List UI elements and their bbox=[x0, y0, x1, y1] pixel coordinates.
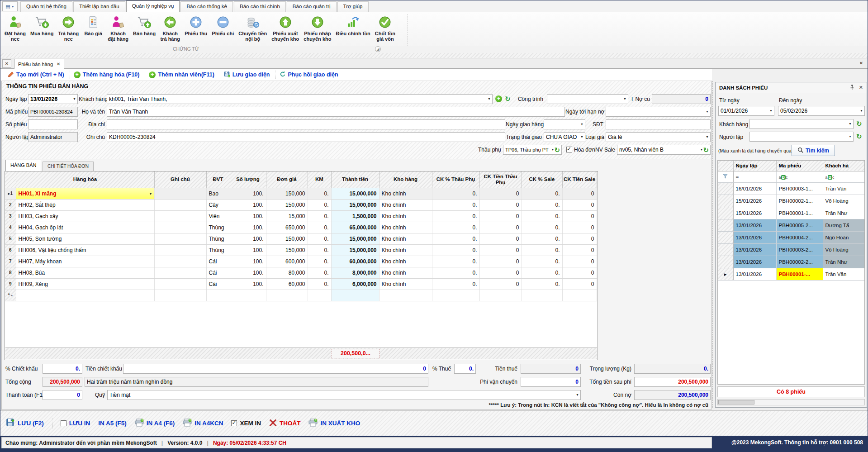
panel-cell-date[interactable]: 13/01/2026 bbox=[733, 268, 776, 280]
menu-tab-quan-tri-he-thong[interactable]: Quản trị hệ thống bbox=[20, 1, 72, 12]
from-date-input[interactable]: 01/01/2026▼ bbox=[718, 106, 774, 116]
cell-note[interactable] bbox=[154, 244, 206, 256]
list-item[interactable]: 15/01/2026PBH00002-1...Võ Hoàng bbox=[718, 195, 865, 207]
cell-ck_tien_sale[interactable]: 0 bbox=[562, 278, 597, 290]
product-grid-table[interactable]: Hàng hóaGhi chúĐVTSố lượngĐơn giáKMThành… bbox=[5, 171, 598, 301]
table-row[interactable]: 3HH03, Gạch xâyViên100.15,0000.1,500,000… bbox=[5, 210, 597, 222]
menu-tab-bao-cao-quan-tri[interactable]: Báo cáo quản trị bbox=[287, 1, 337, 12]
col-header-7[interactable]: Thành tiền bbox=[331, 171, 379, 188]
list-item[interactable]: 13/01/2026PBH00002-2...Trần Như bbox=[718, 256, 865, 268]
cell-note[interactable] bbox=[154, 233, 206, 244]
panel-cell-code[interactable]: PBH00002-1... bbox=[776, 195, 823, 207]
filter-date-op[interactable]: = bbox=[733, 171, 776, 182]
menu-tab-thiet-lap-ban-dau[interactable]: Thiết lập ban đầu bbox=[73, 1, 125, 12]
cell-total[interactable]: 15,000,000 bbox=[331, 244, 379, 256]
chevron-down-icon[interactable]: ▼ bbox=[849, 119, 852, 128]
cell-price[interactable]: 150,000 bbox=[266, 199, 308, 210]
table-row[interactable]: ▸1HH01, Xi măng▼Bao100.150,0000.15,000,0… bbox=[5, 188, 597, 199]
panel-cell-date[interactable]: 16/01/2026 bbox=[733, 182, 776, 195]
refresh-panel-creator-icon[interactable]: ↻ bbox=[856, 133, 862, 140]
new-row-cell[interactable] bbox=[432, 290, 479, 301]
footer-button-luu-f2[interactable]: LƯU (F2) bbox=[6, 418, 52, 428]
refresh-customer-icon[interactable]: ↻ bbox=[505, 95, 511, 102]
panel-cell-code[interactable]: PBH00005-2... bbox=[776, 219, 823, 231]
table-row[interactable]: 6HH006, Vật liệu chống thấmThùng100.150,… bbox=[5, 244, 597, 256]
chevron-down-icon[interactable]: ▼ bbox=[73, 95, 76, 104]
ribbon-item-bao-gia[interactable]: Báo giá bbox=[81, 14, 105, 37]
thau-phu-combo[interactable]: TP06, Thầu phụ PT▼↻ bbox=[503, 145, 562, 155]
cell-name[interactable]: HH006, Vật liệu chống thấm bbox=[16, 244, 154, 256]
cell-name[interactable]: HH05, Sơn tường bbox=[16, 233, 154, 244]
cell-price[interactable]: 80,000 bbox=[266, 267, 308, 278]
cell-ck_pct_tp[interactable]: 0. bbox=[432, 210, 479, 222]
xem-in-checkbox[interactable] bbox=[231, 420, 237, 426]
cell-qty[interactable]: 100. bbox=[230, 222, 266, 233]
list-item[interactable]: ▸13/01/2026PBH00001-...Trần Văn bbox=[718, 268, 865, 280]
panel-cell-customer[interactable]: Võ Hoàng bbox=[823, 195, 865, 207]
ribbon-item-dieu-chinh-ton[interactable]: Điều chỉnh tồn bbox=[333, 14, 372, 37]
ngay-lap-input[interactable]: 13/01/2026▼ bbox=[28, 94, 78, 104]
table-row[interactable]: 7HH07, Máy khoanCái100.600,0000.60,000,0… bbox=[5, 256, 597, 267]
new-row-cell[interactable] bbox=[230, 290, 266, 301]
cell-wh[interactable]: Kho chính bbox=[379, 199, 432, 210]
action-them-nhan-vien[interactable]: +Thêm nhân viên(F11) bbox=[145, 71, 220, 79]
pin-icon[interactable] bbox=[850, 85, 854, 91]
panel-col-header-2[interactable]: Khách hà bbox=[823, 161, 865, 171]
quy-combo[interactable]: Tiền mặt▼ bbox=[107, 390, 581, 400]
panel-customer-combo[interactable]: ▼ bbox=[749, 119, 854, 129]
new-row-cell[interactable] bbox=[379, 290, 432, 301]
cell-ck_pct_tp[interactable]: 0. bbox=[432, 199, 479, 210]
col-header-11[interactable]: CK % Sale bbox=[522, 171, 562, 188]
cell-ck_tien_sale[interactable]: 0 bbox=[562, 222, 597, 233]
cell-name[interactable]: HH02, Sắt thép bbox=[16, 199, 154, 210]
panel-cell-code[interactable]: PBH00003-2... bbox=[776, 243, 823, 256]
cell-dvt[interactable]: Cây bbox=[206, 199, 230, 210]
cell-ck_tien_sale[interactable]: 0 bbox=[562, 233, 597, 244]
footer-button-xem-in[interactable]: XEM IN bbox=[231, 420, 261, 427]
ribbon-item-tra-hang-ncc[interactable]: Trả hàngncc bbox=[56, 14, 81, 43]
col-header-6[interactable]: KM bbox=[308, 171, 331, 188]
cell-dvt[interactable]: Viên bbox=[206, 210, 230, 222]
cell-km[interactable]: 0. bbox=[308, 233, 331, 244]
cell-qty[interactable]: 100. bbox=[230, 244, 266, 256]
menu-tab-quan-ly-nghiep-vu[interactable]: Quản lý nghiệp vụ bbox=[126, 0, 180, 12]
nv-sale-combo[interactable]: nv05, Nhân viên B▼↻ bbox=[617, 145, 711, 155]
cell-km[interactable]: 0. bbox=[308, 199, 331, 210]
cell-ck_tien_tp[interactable]: 0 bbox=[479, 233, 522, 244]
cell-dvt[interactable]: Thùng bbox=[206, 233, 230, 244]
cell-ck_pct_tp[interactable]: 0. bbox=[432, 256, 479, 267]
chevron-down-icon[interactable]: ▼ bbox=[623, 95, 626, 104]
table-row[interactable]: 9HH09, XẻngCái100.60,0000.6,000,000Kho c… bbox=[5, 278, 597, 290]
col-header-1[interactable]: Hàng hóa bbox=[16, 171, 154, 188]
cell-note[interactable] bbox=[154, 188, 206, 199]
cell-ck_tien_sale[interactable]: 0 bbox=[562, 244, 597, 256]
ribbon-item-phieu-thu[interactable]: Phiếu thu bbox=[182, 14, 209, 37]
cell-total[interactable]: 8,000,000 bbox=[331, 267, 379, 278]
cell-name[interactable]: HH04, Gạch ốp lát bbox=[16, 222, 154, 233]
dia-chi-input[interactable] bbox=[107, 119, 505, 129]
cell-total[interactable]: 15,000,000 bbox=[331, 233, 379, 244]
cell-qty[interactable]: 100. bbox=[230, 233, 266, 244]
cell-ck_tien_tp[interactable]: 0 bbox=[479, 256, 522, 267]
panel-col-header-1[interactable]: Mã phiếu bbox=[776, 161, 823, 171]
cell-price[interactable]: 150,000 bbox=[266, 188, 308, 199]
trang-thai-giao-combo[interactable]: CHƯA GIAO▼ bbox=[544, 132, 585, 142]
footer-button-in-a4-f6[interactable]: ?IN A4 (F6) bbox=[135, 419, 175, 428]
cell-dvt[interactable]: Thùng bbox=[206, 244, 230, 256]
new-row-cell[interactable] bbox=[154, 290, 206, 301]
action-phuc-hoi-giao-dien[interactable]: Phục hồi giao diện bbox=[276, 71, 344, 79]
action-luu-giao-dien[interactable]: Lưu giao diện bbox=[220, 71, 276, 79]
to-date-input[interactable]: 05/02/2026▼ bbox=[778, 106, 865, 116]
cell-km[interactable]: 0. bbox=[308, 267, 331, 278]
khach-hang-combo[interactable]: kh001, Trần Văn Thanh,▼ bbox=[107, 94, 493, 104]
action-tao-moi[interactable]: Tạo mới (Ctrl + N) bbox=[4, 71, 70, 79]
panel-cell-code[interactable]: PBH00003-1... bbox=[776, 182, 823, 195]
cell-name[interactable]: HH03, Gạch xây bbox=[16, 210, 154, 222]
ribbon-item-chot-ton-gia-von[interactable]: Chốt tồngiá vốn bbox=[373, 14, 398, 43]
tabstrip-close-left-icon[interactable]: ✕ bbox=[2, 59, 11, 68]
cell-qty[interactable]: 100. bbox=[230, 256, 266, 267]
chevron-down-icon[interactable]: ▼ bbox=[706, 133, 709, 142]
filter-funnel-icon[interactable] bbox=[718, 171, 733, 182]
list-item[interactable]: 13/01/2026PBH00003-2...Võ Hoàng bbox=[718, 243, 865, 256]
table-row[interactable]: 5HH05, Sơn tườngThùng100.150,0000.15,000… bbox=[5, 233, 597, 244]
